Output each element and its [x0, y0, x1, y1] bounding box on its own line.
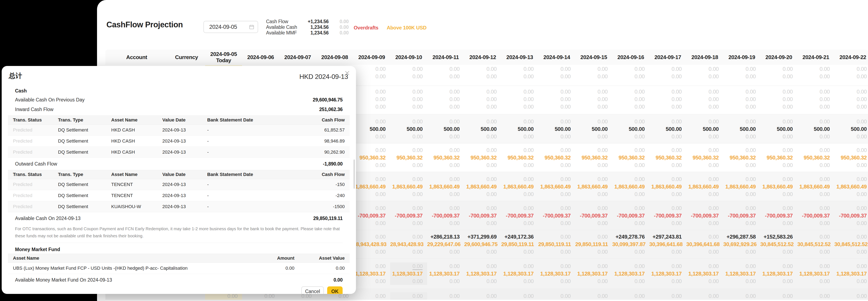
value-cell[interactable]: +371,299.69: [464, 233, 501, 240]
value-cell[interactable]: 0.00: [797, 219, 834, 227]
value-cell[interactable]: 1,863,660.49: [501, 183, 538, 190]
value-cell[interactable]: 30,099,397.87: [612, 240, 649, 248]
value-cell[interactable]: 28,943,428.93: [390, 240, 427, 248]
value-cell[interactable]: 0.00: [427, 133, 464, 140]
value-cell[interactable]: 0.00: [538, 233, 575, 240]
value-cell[interactable]: 0.00: [649, 161, 686, 169]
value-cell[interactable]: 0.00: [834, 262, 868, 270]
value-cell[interactable]: 0.00: [612, 248, 649, 255]
value-cell[interactable]: 0.00: [649, 292, 686, 300]
value-cell[interactable]: -700,009.37: [353, 212, 390, 219]
value-cell[interactable]: 0.00: [834, 146, 868, 154]
cancel-button[interactable]: Cancel: [301, 287, 324, 294]
value-cell[interactable]: 500.00: [649, 125, 686, 133]
value-cell[interactable]: 1,863,660.49: [834, 183, 868, 190]
value-cell[interactable]: 0.00: [501, 248, 538, 255]
value-cell[interactable]: 1,128,303.17: [686, 270, 723, 277]
value-cell[interactable]: -700,009.37: [834, 212, 868, 219]
value-cell[interactable]: 1,863,660.49: [723, 183, 760, 190]
value-cell[interactable]: 0.00: [464, 292, 501, 300]
value-cell[interactable]: 0.00: [686, 65, 723, 73]
value-cell[interactable]: 950,360.32: [760, 154, 797, 161]
value-cell[interactable]: 0.00: [538, 73, 575, 80]
value-cell[interactable]: 0.00: [464, 95, 501, 103]
value-cell[interactable]: 1,128,303.17: [501, 270, 538, 277]
value-cell[interactable]: 0.00: [760, 118, 797, 125]
value-cell[interactable]: 0.00: [427, 146, 464, 154]
value-cell[interactable]: 0.00: [686, 103, 723, 111]
value-cell[interactable]: 0.00: [612, 146, 649, 154]
value-cell[interactable]: 0.00: [501, 118, 538, 125]
value-cell[interactable]: 0.00: [538, 146, 575, 154]
value-cell[interactable]: 0.00: [649, 248, 686, 255]
value-cell[interactable]: 0.00: [390, 219, 427, 227]
modal-scrollbar[interactable]: [353, 159, 355, 189]
value-cell[interactable]: 0.00: [649, 219, 686, 227]
value-cell[interactable]: 0.00: [501, 133, 538, 140]
value-cell[interactable]: 0.00: [797, 95, 834, 103]
value-cell[interactable]: 1,128,303.17: [427, 270, 464, 277]
value-cell[interactable]: 0.00: [797, 133, 834, 140]
value-cell[interactable]: 0.00: [834, 292, 868, 300]
value-cell[interactable]: 0.00: [612, 277, 649, 285]
value-cell[interactable]: 0.00: [760, 262, 797, 270]
value-cell[interactable]: 0.00: [353, 65, 390, 73]
value-cell[interactable]: 0.00: [390, 292, 427, 300]
ok-button[interactable]: OK: [327, 287, 343, 294]
value-cell[interactable]: 1,863,660.49: [427, 183, 464, 190]
value-cell[interactable]: 0.00: [427, 73, 464, 80]
value-cell[interactable]: 0.00: [723, 175, 760, 183]
value-cell[interactable]: 0.00: [464, 103, 501, 111]
value-cell[interactable]: 500.00: [723, 125, 760, 133]
value-cell[interactable]: 0.00: [686, 292, 723, 300]
value-cell[interactable]: 0.00: [353, 248, 390, 255]
value-cell[interactable]: 500.00: [686, 125, 723, 133]
value-cell[interactable]: 0.00: [612, 219, 649, 227]
value-cell[interactable]: +286,218.13: [427, 233, 464, 240]
value-cell[interactable]: 0.00: [834, 233, 868, 240]
value-cell[interactable]: 0.00: [501, 73, 538, 80]
value-cell[interactable]: 0.00: [538, 133, 575, 140]
value-cell[interactable]: 0.00: [501, 292, 538, 300]
value-cell[interactable]: 0.00: [501, 88, 538, 95]
value-cell[interactable]: 0.00: [575, 65, 612, 73]
value-cell[interactable]: 0.00: [464, 175, 501, 183]
value-cell[interactable]: 0.00: [834, 277, 868, 285]
value-cell[interactable]: 0.00: [390, 190, 427, 198]
value-cell[interactable]: 0.00: [612, 103, 649, 111]
value-cell[interactable]: 500.00: [797, 125, 834, 133]
value-cell[interactable]: 1,863,660.49: [649, 183, 686, 190]
value-cell[interactable]: 0.00: [649, 65, 686, 73]
value-cell[interactable]: 0.00: [760, 219, 797, 227]
value-cell[interactable]: 950,360.32: [575, 154, 612, 161]
value-cell[interactable]: 1,128,303.17: [353, 270, 390, 277]
value-cell[interactable]: 0.00: [538, 248, 575, 255]
value-cell[interactable]: 0.00: [390, 133, 427, 140]
value-cell[interactable]: 0.00: [390, 277, 427, 285]
value-cell[interactable]: 0.00: [612, 204, 649, 212]
value-cell[interactable]: 0.00: [686, 146, 723, 154]
value-cell[interactable]: 0.00: [353, 161, 390, 169]
value-cell[interactable]: 0.00: [834, 88, 868, 95]
value-cell[interactable]: 0.00: [353, 146, 390, 154]
value-cell[interactable]: 0.00: [797, 262, 834, 270]
value-cell[interactable]: 0.00: [834, 204, 868, 212]
value-cell[interactable]: 0.00: [797, 248, 834, 255]
value-cell[interactable]: 0.00: [575, 103, 612, 111]
value-cell[interactable]: 0.00: [612, 73, 649, 80]
value-cell[interactable]: 0.00: [723, 248, 760, 255]
value-cell[interactable]: 30,845,512.52: [760, 240, 797, 248]
value-cell[interactable]: 0.00: [797, 118, 834, 125]
value-cell[interactable]: 500.00: [834, 125, 868, 133]
value-cell[interactable]: 0.00: [427, 161, 464, 169]
value-cell[interactable]: 0.00: [575, 292, 612, 300]
value-cell[interactable]: 0.00: [686, 88, 723, 95]
value-cell[interactable]: 0.00: [390, 248, 427, 255]
value-cell[interactable]: 0.00: [390, 233, 427, 240]
value-cell[interactable]: 0.00: [464, 161, 501, 169]
value-cell[interactable]: -700,009.37: [797, 212, 834, 219]
value-cell[interactable]: 0.00: [834, 190, 868, 198]
value-cell[interactable]: 1,863,660.49: [612, 183, 649, 190]
value-cell[interactable]: 0.00: [834, 65, 868, 73]
value-cell[interactable]: 0.00: [427, 204, 464, 212]
